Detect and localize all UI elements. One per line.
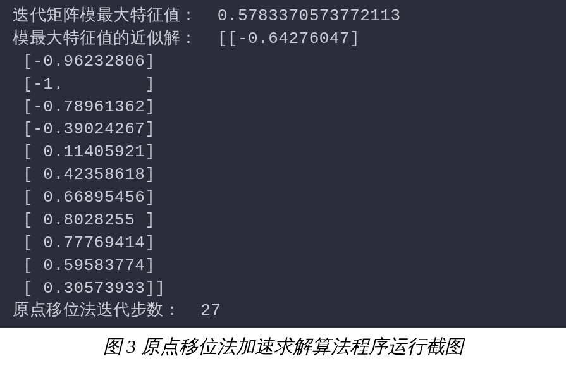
eigenvalue-value: 0.5783370573772113 — [197, 6, 401, 25]
vector-row: [ 0.42358618] — [13, 165, 155, 184]
vector-row: [-1. ] — [13, 75, 155, 94]
figure-caption: 图 3 原点移位法加速求解算法程序运行截图 — [0, 328, 566, 366]
vector-row: [ 0.30573933]] — [13, 279, 166, 298]
terminal-output: 迭代矩阵模最大特征值： 0.5783370573772113 模最大特征值的近似… — [0, 0, 566, 328]
vector-row: [ 0.11405921] — [13, 142, 155, 161]
vector-row: [-0.78961362] — [13, 97, 155, 116]
vector-row: [ 0.66895456] — [13, 188, 155, 207]
vector-row: [ 0.77769414] — [13, 233, 155, 252]
vector-row: [ 0.59583774] — [13, 256, 155, 275]
iteration-value: 27 — [180, 301, 221, 320]
iteration-label: 原点移位法迭代步数： — [13, 301, 180, 320]
eigenvalue-label: 迭代矩阵模最大特征值： — [13, 6, 197, 25]
caption-text: 图 3 原点移位法加速求解算法程序运行截图 — [103, 336, 464, 357]
vector-row: [-0.96232806] — [13, 52, 155, 71]
eigenvector-start: [[-0.64276047] — [197, 29, 360, 48]
vector-row: [-0.39024267] — [13, 119, 155, 138]
eigenvector-label: 模最大特征值的近似解： — [13, 29, 197, 48]
vector-row: [ 0.8028255 ] — [13, 211, 155, 230]
